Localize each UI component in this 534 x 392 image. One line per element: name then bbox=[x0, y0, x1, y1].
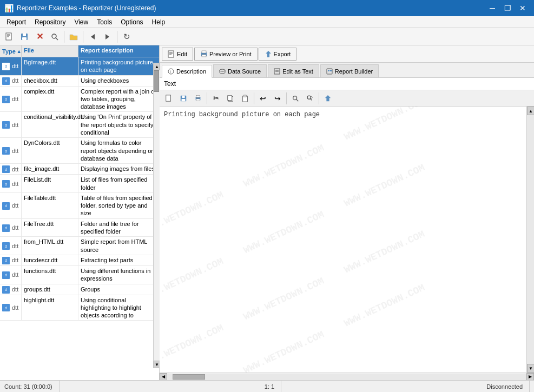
editor-scroll-up[interactable]: ▲ bbox=[527, 107, 534, 115]
toolbar-sep-1 bbox=[64, 31, 64, 43]
editor-sep4 bbox=[319, 92, 319, 104]
search-button[interactable] bbox=[48, 30, 62, 44]
editor-vscrollbar[interactable]: ▲ ▼ bbox=[526, 107, 534, 373]
editor-scroll-track bbox=[527, 115, 534, 364]
tab-edit-as-text[interactable]: Edit as Text bbox=[268, 64, 319, 77]
editor-cut-btn[interactable]: ✂ bbox=[209, 91, 223, 105]
table-row[interactable]: d dtt complex.dtt Complex report with a … bbox=[0, 87, 159, 112]
tab-report-builder[interactable]: Report Builder bbox=[320, 64, 379, 77]
table-row[interactable]: d dtt FileTable.dtt Table of files from … bbox=[0, 193, 159, 219]
export-button[interactable]: Export bbox=[259, 48, 297, 61]
editor-paste-btn[interactable] bbox=[238, 91, 252, 105]
scroll-up-btn[interactable]: ▲ bbox=[154, 63, 160, 70]
table-row[interactable]: d dtt from_HTML.dtt Simple report from H… bbox=[0, 237, 159, 255]
menu-view[interactable]: View bbox=[70, 16, 93, 28]
file-type-icon: d bbox=[2, 304, 10, 311]
editor-scroll-down[interactable]: ▼ bbox=[527, 364, 534, 373]
table-row[interactable]: d dtt FileTree.dtt Folder and file tree … bbox=[0, 219, 159, 237]
table-body[interactable]: d dtt BgImage.dtt Printing background pi… bbox=[0, 57, 159, 380]
col-desc-header[interactable]: Report description bbox=[78, 45, 159, 57]
preview-print-button[interactable]: Preview or Print bbox=[194, 48, 258, 61]
file-type-icon: d bbox=[2, 63, 10, 70]
back-button[interactable] bbox=[85, 30, 100, 44]
col-desc-label: Report description bbox=[81, 47, 134, 54]
editor-text-content: Printing background picture on each page bbox=[164, 111, 320, 118]
title-text: Reportizer Examples - Reportizer (Unregi… bbox=[17, 4, 156, 12]
table-row[interactable]: d dtt DynColors.dtt Using formulas to co… bbox=[0, 138, 159, 164]
menu-help[interactable]: Help bbox=[148, 16, 170, 28]
editor-copy-btn[interactable] bbox=[223, 91, 238, 105]
delete-button[interactable]: ✕ bbox=[32, 30, 47, 44]
scroll-thumb[interactable] bbox=[154, 70, 159, 92]
new-button[interactable] bbox=[2, 30, 16, 44]
title-bar: 📊 Reportizer Examples - Reportizer (Unre… bbox=[0, 0, 534, 16]
close-button[interactable]: ✕ bbox=[516, 3, 530, 14]
hscroll-thumb[interactable] bbox=[173, 374, 205, 380]
tab-description[interactable]: i Description bbox=[162, 65, 212, 78]
cell-type: d dtt bbox=[0, 112, 22, 137]
editor-save-btn[interactable] bbox=[176, 91, 190, 105]
table-row[interactable]: d dtt functions.dtt Using different func… bbox=[0, 266, 159, 284]
table-row[interactable]: d dtt file_image.dtt Displaying images f… bbox=[0, 164, 159, 175]
table-row[interactable]: d dtt highlight.dtt Using conditional hi… bbox=[0, 295, 159, 321]
editor-sep3 bbox=[286, 92, 287, 104]
editor-text-area[interactable]: WWW.WETDOWN.COM WWW.WETDOWN.COM WWW.WETD… bbox=[160, 107, 526, 373]
table-row[interactable]: d dtt funcdescr.dtt Extracting text part… bbox=[0, 255, 159, 266]
editor-new-btn[interactable] bbox=[162, 91, 176, 105]
sort-arrow: ▲ bbox=[17, 49, 22, 54]
minimize-button[interactable]: ─ bbox=[485, 3, 499, 14]
forward-button[interactable] bbox=[101, 30, 115, 44]
editor-content-wrapper: WWW.WETDOWN.COM WWW.WETDOWN.COM WWW.WETD… bbox=[160, 107, 534, 373]
scroll-track bbox=[154, 70, 160, 361]
right-content: Text ✂ bbox=[160, 78, 534, 380]
editor-find-btn[interactable] bbox=[288, 91, 302, 105]
svg-point-7 bbox=[52, 34, 56, 38]
cell-desc: Folder and file tree for specified folde… bbox=[78, 219, 159, 237]
save-button[interactable] bbox=[17, 30, 31, 44]
editor-hscrollbar[interactable]: ◀ ▶ bbox=[160, 373, 534, 380]
left-scrollbar[interactable]: ▲ ▼ bbox=[153, 63, 160, 368]
editor-print-btn[interactable] bbox=[191, 91, 205, 105]
menu-report[interactable]: Report bbox=[2, 16, 30, 28]
content-label-text: Text bbox=[164, 80, 176, 88]
status-connection-text: Disconnected bbox=[486, 383, 523, 390]
menu-options[interactable]: Options bbox=[116, 16, 147, 28]
export-label: Export bbox=[274, 51, 291, 57]
editor-redo-btn[interactable]: ↪ bbox=[271, 91, 285, 105]
restore-button[interactable]: ❐ bbox=[500, 3, 515, 14]
table-row[interactable]: d dtt FileList.dtt List of files from sp… bbox=[0, 175, 159, 193]
menu-repository[interactable]: Repository bbox=[30, 16, 70, 28]
hscroll-right-btn[interactable]: ▶ bbox=[526, 373, 534, 381]
file-type-icon: d bbox=[2, 257, 10, 264]
edit-button[interactable]: Edit bbox=[162, 48, 193, 61]
cell-file: functions.dtt bbox=[22, 266, 78, 284]
editor-find-replace-btn[interactable] bbox=[303, 91, 317, 105]
refresh-button[interactable]: ↻ bbox=[120, 30, 134, 44]
svg-rect-17 bbox=[202, 55, 206, 57]
svg-line-40 bbox=[296, 99, 299, 101]
col-file-header[interactable]: File bbox=[22, 45, 78, 57]
cell-type: d dtt bbox=[0, 76, 22, 86]
cell-desc: Printing background picture on each page bbox=[78, 57, 159, 75]
menu-bar: Report Repository View Tools Options Hel… bbox=[0, 16, 534, 28]
editor-export-btn[interactable] bbox=[321, 91, 335, 105]
cell-type: d dtt bbox=[0, 284, 22, 295]
left-panel: Type ▲ File Report description d dtt BgI… bbox=[0, 45, 160, 380]
table-row[interactable]: d dtt BgImage.dtt Printing background pi… bbox=[0, 57, 159, 76]
table-row[interactable]: d dtt groups.dtt Groups bbox=[0, 284, 159, 295]
watermark-line: WWW.WETDOWN.COM WWW.WETDOWN.COM WWW.WETD… bbox=[160, 107, 526, 303]
col-type-header[interactable]: Type ▲ bbox=[0, 45, 22, 57]
tab-data-source[interactable]: Data Source bbox=[213, 64, 267, 77]
table-row[interactable]: d dtt conditional_visibility.dtt Using '… bbox=[0, 112, 159, 138]
cell-file: DynColors.dtt bbox=[22, 138, 78, 163]
open-folder-button[interactable] bbox=[67, 30, 81, 44]
editor-undo-btn[interactable]: ↩ bbox=[256, 91, 270, 105]
hscroll-left-btn[interactable]: ◀ bbox=[160, 373, 167, 381]
table-row[interactable]: d dtt checkbox.dtt Using checkboxes bbox=[0, 76, 159, 87]
status-position: 1: 1 bbox=[258, 381, 281, 392]
svg-rect-5 bbox=[23, 34, 26, 36]
menu-tools[interactable]: Tools bbox=[93, 16, 116, 28]
cell-file: checkbox.dtt bbox=[22, 76, 78, 86]
watermark-line: WWW.WETDOWN.COM WWW.WETDOWN.COM WWW.WETD… bbox=[160, 174, 526, 369]
right-panel: Edit Preview or Print Export i Descripti… bbox=[160, 45, 534, 380]
